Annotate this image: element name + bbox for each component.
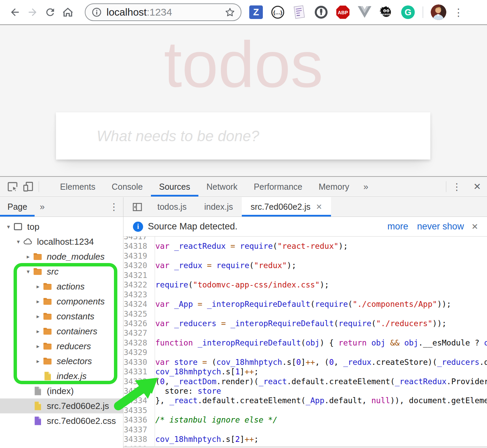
- tab-page[interactable]: Page: [0, 197, 35, 217]
- line-number[interactable]: 34336: [123, 415, 151, 425]
- tree-item-src.7ed060e2.js[interactable]: src.7ed060e2.js: [0, 398, 123, 413]
- forward-button[interactable]: [24, 3, 41, 21]
- tab-memory[interactable]: Memory: [310, 177, 357, 197]
- chevron-right-icon[interactable]: ▸: [34, 358, 42, 365]
- line-number[interactable]: 34332: [123, 377, 151, 386]
- inspect-element-button[interactable]: [5, 179, 20, 194]
- line-number[interactable]: 34331: [123, 367, 151, 376]
- line-number[interactable]: 34326: [123, 319, 151, 328]
- tree-item-localhost-1234[interactable]: ▾localhost:1234: [0, 234, 123, 249]
- line-number[interactable]: 34322: [123, 280, 151, 290]
- chevron-down-icon[interactable]: ▾: [14, 238, 23, 245]
- chevron-right-icon[interactable]: ▸: [34, 343, 42, 350]
- tab-sources[interactable]: Sources: [151, 177, 198, 197]
- reload-icon: [44, 6, 56, 18]
- line-number[interactable]: 34317: [123, 237, 151, 241]
- infobar-more-link[interactable]: more: [387, 221, 408, 232]
- reload-button[interactable]: [41, 3, 59, 21]
- json-viewer-extension-icon[interactable]: {…}: [271, 5, 285, 19]
- chevron-down-icon[interactable]: ▾: [24, 268, 33, 275]
- grammarly-extension-icon[interactable]: G: [401, 5, 415, 19]
- tab-console[interactable]: Console: [103, 177, 151, 197]
- code-line: 34329: [123, 348, 487, 357]
- line-number[interactable]: 34333: [123, 386, 151, 396]
- line-number[interactable]: 34328: [123, 338, 151, 348]
- line-number[interactable]: 34321: [123, 270, 151, 280]
- line-number[interactable]: 34325: [123, 309, 151, 319]
- code-line: 34322require("todomvc-app-css/index.css"…: [123, 280, 487, 290]
- code-line: 34326var _reducers = _interopRequireDefa…: [123, 319, 487, 328]
- adblock-plus-extension-icon[interactable]: ABP: [336, 5, 350, 19]
- kuker-extension-icon[interactable]: KUKER: [379, 5, 393, 19]
- new-todo-input[interactable]: What needs to be done?: [56, 112, 430, 160]
- profile-avatar[interactable]: [431, 4, 446, 20]
- chevron-right-icon[interactable]: ▸: [34, 283, 42, 290]
- more-tabs-button[interactable]: »: [357, 177, 374, 197]
- line-number[interactable]: 34329: [123, 348, 151, 357]
- onepassword-extension-icon[interactable]: [314, 5, 328, 19]
- notes-extension-icon[interactable]: [292, 5, 307, 19]
- back-button[interactable]: [6, 3, 24, 21]
- editor-tab-todos.js[interactable]: todos.js: [149, 197, 195, 217]
- line-number[interactable]: 34334: [123, 396, 151, 405]
- toggle-navigator-button[interactable]: [130, 199, 145, 215]
- code-line: 34332(0, _reactDom.render)(_react.defaul…: [123, 377, 487, 386]
- device-toolbar-button[interactable]: [20, 179, 36, 194]
- address-bar[interactable]: localhost:1234: [85, 3, 241, 21]
- code-line: 34328function _interopRequireDefault(obj…: [123, 338, 487, 348]
- sidebar-menu-button[interactable]: ⋮: [105, 197, 123, 217]
- line-number[interactable]: 34337: [123, 425, 151, 434]
- tree-item-actions[interactable]: ▸actions: [0, 279, 123, 294]
- line-number[interactable]: 34327: [123, 328, 151, 338]
- line-number[interactable]: 34323: [123, 290, 151, 299]
- tree-item-top[interactable]: ▾top: [0, 219, 123, 234]
- tree-item-label: index.js: [57, 371, 86, 381]
- tab-performance[interactable]: Performance: [246, 177, 310, 197]
- tree-item-constants[interactable]: ▸constants: [0, 309, 123, 324]
- tree-item-index.js[interactable]: index.js: [0, 369, 123, 384]
- tree-item--index-[interactable]: (index): [0, 384, 123, 398]
- devtools-menu-button[interactable]: ⋮: [446, 177, 467, 197]
- tree-item-src.7ed060e2.css[interactable]: src.7ed060e2.css: [0, 413, 123, 428]
- tree-item-src[interactable]: ▾src: [0, 264, 123, 279]
- code-text: }, _react.default.createElement(_App.def…: [151, 396, 487, 405]
- editor-tab-src.7ed060e2.js[interactable]: src.7ed060e2.js✕: [242, 197, 331, 217]
- browser-menu-button[interactable]: ⋮: [451, 5, 466, 20]
- tree-item-reducers[interactable]: ▸reducers: [0, 339, 123, 354]
- line-number[interactable]: 34318: [123, 241, 151, 251]
- tree-item-label: src: [47, 266, 59, 277]
- chevron-right-icon[interactable]: ▸: [24, 253, 33, 260]
- chevron-down-icon[interactable]: ▾: [4, 223, 13, 230]
- devtools-close-button[interactable]: ✕: [467, 177, 487, 197]
- bookmark-star-icon[interactable]: [225, 7, 235, 18]
- chevron-right-icon[interactable]: ▸: [34, 298, 42, 305]
- tree-item-containers[interactable]: ▸containers: [0, 324, 123, 339]
- home-button[interactable]: [59, 3, 77, 21]
- code-editor[interactable]: 3431734318var _reactRedux = require("rea…: [123, 237, 487, 448]
- line-number[interactable]: 34320: [123, 261, 151, 270]
- infobar-close-button[interactable]: ✕: [471, 222, 478, 231]
- tab-network[interactable]: Network: [198, 177, 246, 197]
- chevron-right-icon[interactable]: ▸: [34, 313, 42, 320]
- editor-tab-index.js[interactable]: index.js: [195, 197, 242, 217]
- line-number[interactable]: 34338: [123, 434, 151, 444]
- horizontal-scrollbar[interactable]: [123, 446, 487, 448]
- zotero-extension-icon[interactable]: Z: [249, 5, 263, 19]
- sidebar-more-tabs-button[interactable]: »: [35, 197, 50, 217]
- line-number[interactable]: 34324: [123, 299, 151, 309]
- url-host: localhost: [106, 6, 147, 18]
- editor-tabbar: todos.jsindex.jssrc.7ed060e2.js✕: [123, 197, 487, 217]
- line-number[interactable]: 34319: [123, 251, 151, 261]
- tree-item-components[interactable]: ▸components: [0, 294, 123, 309]
- tree-item-node-modules[interactable]: ▸node_modules: [0, 249, 123, 264]
- line-number[interactable]: 34330: [123, 357, 151, 367]
- tree-item-selectors[interactable]: ▸selectors: [0, 354, 123, 369]
- infobar-never-show-link[interactable]: never show: [417, 221, 464, 232]
- vue-devtools-extension-icon[interactable]: [357, 5, 372, 19]
- close-tab-icon[interactable]: ✕: [316, 203, 322, 211]
- tab-elements[interactable]: Elements: [52, 177, 103, 197]
- chevron-right-icon[interactable]: ▸: [34, 328, 42, 335]
- page-info-icon[interactable]: [92, 7, 102, 17]
- devtools-tab-strip: ElementsConsoleSourcesNetworkPerformance…: [52, 177, 357, 197]
- line-number[interactable]: 34335: [123, 406, 151, 415]
